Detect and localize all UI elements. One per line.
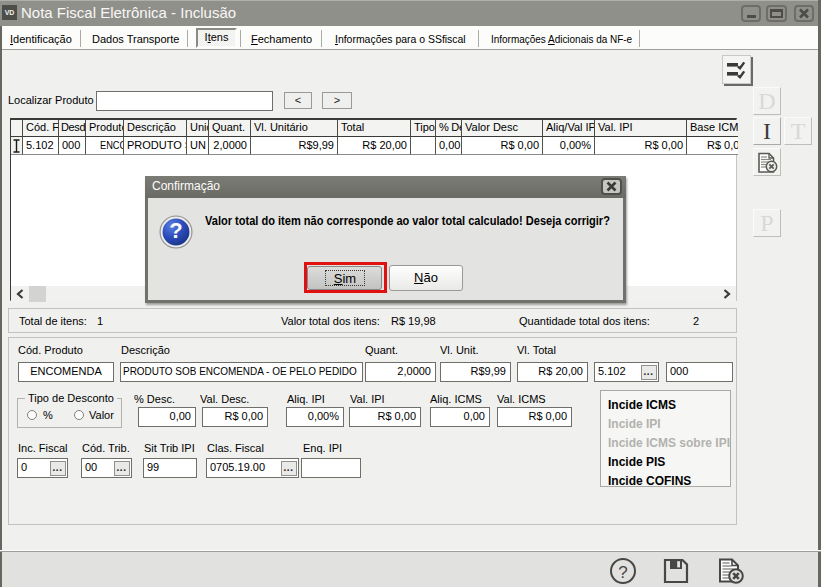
svg-text:?: ? xyxy=(169,218,182,243)
svg-text:?: ? xyxy=(618,563,627,582)
